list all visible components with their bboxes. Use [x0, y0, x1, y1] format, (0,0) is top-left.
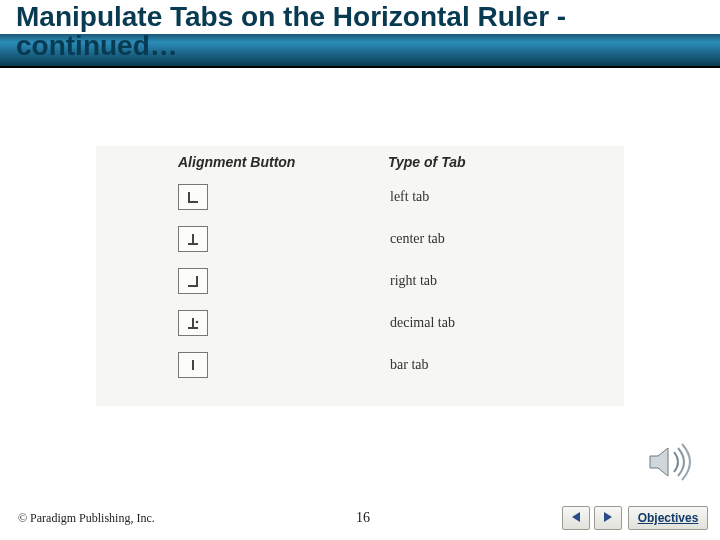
- table-row: left tab: [96, 176, 624, 218]
- copyright-text: © Paradigm Publishing, Inc.: [18, 511, 155, 526]
- left-tab-icon: [178, 184, 208, 210]
- col-header-type: Type of Tab: [388, 154, 466, 170]
- slide-header: Manipulate Tabs on the Horizontal Ruler …: [0, 0, 720, 68]
- tab-label: right tab: [390, 273, 437, 289]
- objectives-button[interactable]: Objectives: [628, 506, 708, 530]
- prev-button[interactable]: [562, 506, 590, 530]
- triangle-left-icon: [569, 510, 583, 524]
- tab-label: center tab: [390, 231, 445, 247]
- next-button[interactable]: [594, 506, 622, 530]
- right-tab-icon: [178, 268, 208, 294]
- tab-label: bar tab: [390, 357, 428, 373]
- bar-tab-icon: [178, 352, 208, 378]
- table-row: bar tab: [96, 344, 624, 386]
- tab-label: decimal tab: [390, 315, 455, 331]
- center-tab-icon: [178, 226, 208, 252]
- tab-types-table: Alignment Button Type of Tab left tab ce…: [96, 146, 624, 406]
- speaker-icon: [644, 440, 698, 484]
- tab-label: left tab: [390, 189, 429, 205]
- table-row: decimal tab: [96, 302, 624, 344]
- slide-footer: © Paradigm Publishing, Inc. 16 Objective…: [0, 504, 720, 530]
- table-header-row: Alignment Button Type of Tab: [96, 146, 624, 170]
- nav-buttons: [562, 506, 622, 530]
- page-number: 16: [356, 510, 370, 526]
- col-header-alignment: Alignment Button: [178, 154, 388, 170]
- slide-title: Manipulate Tabs on the Horizontal Ruler …: [16, 2, 720, 61]
- table-row: center tab: [96, 218, 624, 260]
- decimal-tab-icon: [178, 310, 208, 336]
- table-row: right tab: [96, 260, 624, 302]
- triangle-right-icon: [601, 510, 615, 524]
- svg-point-0: [196, 321, 199, 324]
